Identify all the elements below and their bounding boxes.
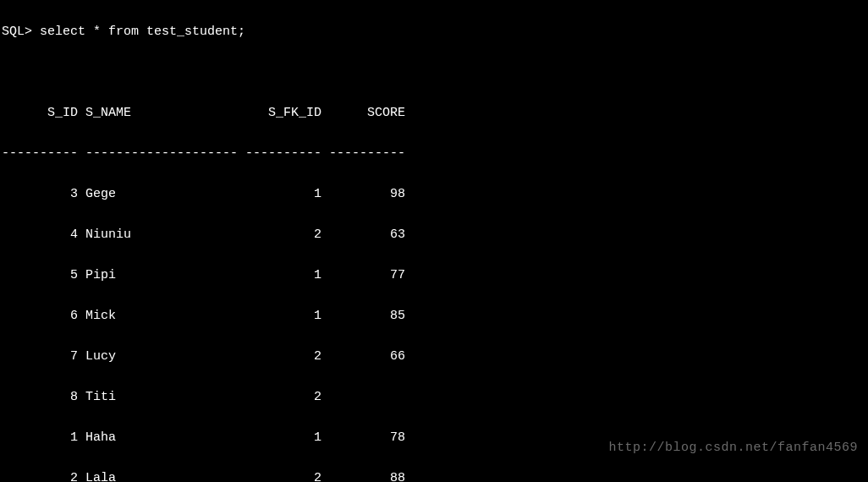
sql-prompt: SQL> <box>2 25 32 39</box>
table-row: 3 Gege 1 98 <box>2 184 866 205</box>
table1-header: S_ID S_NAME S_FK_ID SCORE <box>2 103 866 123</box>
table-row: 5 Pipi 1 77 <box>2 266 866 286</box>
sql-command-1: select * from test_student; <box>40 25 245 39</box>
table-row: 6 Mick 1 85 <box>2 306 866 326</box>
blank-line <box>2 63 866 83</box>
terminal-output: SQL> select * from test_student; S_ID S_… <box>2 2 866 482</box>
table-row: 2 Lala 2 88 <box>2 468 866 482</box>
sql-prompt-line[interactable]: SQL> select * from test_student; <box>2 22 866 42</box>
table-row: 4 Niuniu 2 63 <box>2 225 866 245</box>
table-row: 7 Lucy 2 66 <box>2 347 866 367</box>
watermark-text: http://blog.csdn.net/fanfan4569 <box>608 438 858 458</box>
table1-separator: ---------- -------------------- --------… <box>2 144 866 164</box>
table-row: 8 Titi 2 <box>2 387 866 408</box>
